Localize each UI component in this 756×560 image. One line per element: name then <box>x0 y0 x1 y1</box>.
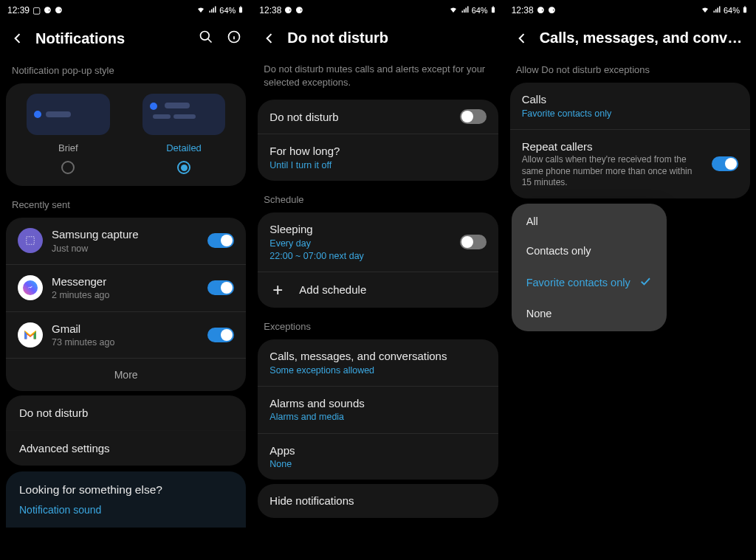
brief-thumbnail <box>27 94 110 135</box>
popup-option-contacts[interactable]: Contacts only <box>512 236 667 266</box>
svg-rect-0 <box>239 7 242 13</box>
samsung-capture-toggle[interactable] <box>207 233 234 248</box>
alarms-sounds-row[interactable]: Alarms and sounds Alarms and media <box>258 387 498 434</box>
sleeping-title: Sleeping <box>269 222 450 237</box>
popup-contacts-label: Contacts only <box>526 245 591 257</box>
page-title: Calls, messages, and conversa… <box>540 30 746 46</box>
apps-sub: None <box>269 458 486 470</box>
page-title: Notifications <box>35 30 188 47</box>
app-row-text: Gmail 73 minutes ago <box>52 322 199 349</box>
calls-options-popup: All Contacts only Favorite contacts only… <box>512 204 667 331</box>
app-time: Just now <box>52 243 199 255</box>
search-icon[interactable] <box>199 30 213 47</box>
popup-option-none[interactable]: None <box>512 299 667 328</box>
exceptions-section-label: Exceptions <box>252 312 504 335</box>
calls-title: Calls <box>522 92 738 107</box>
allow-exceptions-label: Allow Do not disturb exceptions <box>504 55 756 78</box>
samsung-capture-icon <box>18 228 43 253</box>
back-button[interactable] <box>262 31 277 46</box>
gmail-icon <box>18 322 43 348</box>
plus-icon: + <box>269 282 286 298</box>
app-row-samsung-capture[interactable]: Samsung capture Just now <box>6 218 246 265</box>
app-name: Samsung capture <box>52 227 199 242</box>
sleeping-sub1: Every day <box>269 238 450 249</box>
repeat-callers-row[interactable]: Repeat callers Allow calls when they're … <box>510 130 750 198</box>
repeat-title: Repeat callers <box>522 139 703 154</box>
status-left: 12:38 ⚈ ⚈ <box>512 5 556 15</box>
sleeping-schedule-row[interactable]: Sleeping Every day 22:00 ~ 07:00 next da… <box>258 212 498 272</box>
back-button[interactable] <box>515 31 529 46</box>
more-button[interactable]: More <box>6 359 246 391</box>
for-how-long-row[interactable]: For how long? Until I turn it off <box>258 134 498 181</box>
info-icon[interactable] <box>227 30 241 47</box>
status-right: 64% <box>700 4 749 16</box>
notification-sound-link[interactable]: Notification sound <box>19 504 233 516</box>
messenger-icon <box>18 275 43 300</box>
battery-percent: 64% <box>219 6 236 15</box>
add-schedule-row[interactable]: + Add schedule <box>258 272 498 308</box>
hide-notifications-label: Hide notifications <box>269 494 354 508</box>
battery-percent: 64% <box>724 6 740 15</box>
page-title: Do not disturb <box>287 30 493 46</box>
add-schedule-label: Add schedule <box>299 283 366 297</box>
repeat-callers-toggle[interactable] <box>712 156 738 171</box>
app-row-messenger[interactable]: Messenger 2 minutes ago <box>6 265 246 312</box>
calls-messages-row[interactable]: Calls, messages, and conversations Some … <box>258 339 498 387</box>
calls-messages-title: Calls, messages, and conversations <box>269 349 486 364</box>
wifi-icon <box>196 5 206 15</box>
messenger-toggle[interactable] <box>207 280 234 295</box>
sleeping-sub2: 22:00 ~ 07:00 next day <box>269 250 450 262</box>
back-button[interactable] <box>10 31 25 46</box>
dnd-link[interactable]: Do not disturb <box>6 395 246 431</box>
detailed-label: Detailed <box>129 142 239 153</box>
popup-option-all[interactable]: All <box>512 207 667 236</box>
dnd-toggle[interactable] <box>460 109 487 124</box>
signal-icon <box>207 5 218 15</box>
schedule-section-label: Schedule <box>252 185 504 208</box>
popstyle-section-label: Notification pop-up style <box>0 56 252 79</box>
suggestion-card: Looking for something else? Notification… <box>6 471 246 528</box>
popstyle-detailed-option[interactable]: Detailed <box>129 94 239 174</box>
app-row-gmail[interactable]: Gmail 73 minutes ago <box>6 312 246 359</box>
header: Calls, messages, and conversa… <box>504 21 756 55</box>
popstyle-brief-option[interactable]: Brief <box>13 94 123 174</box>
dnd-description: Do not disturb mutes calls and alerts ex… <box>252 55 504 89</box>
calls-row[interactable]: Calls Favorite contacts only <box>510 83 750 130</box>
detailed-radio[interactable] <box>177 161 190 174</box>
status-bar: 12:39 ▢ ⚈ ⚈ 64% <box>0 0 252 21</box>
advanced-settings-link[interactable]: Advanced settings <box>6 431 246 466</box>
pane-notifications: 12:39 ▢ ⚈ ⚈ 64% Notifications <box>0 0 252 560</box>
recently-sent-label: Recently sent <box>0 190 252 213</box>
dnd-toggle-row[interactable]: Do not disturb <box>258 100 498 134</box>
svg-rect-7 <box>743 7 746 13</box>
alarms-sub: Alarms and media <box>269 411 486 423</box>
pane-calls-messages: 12:38 ⚈ ⚈ 64% Calls, messages, and conve… <box>504 0 756 560</box>
for-how-long-sub: Until I turn it off <box>269 159 486 171</box>
header: Do not disturb <box>252 21 504 55</box>
gmail-toggle[interactable] <box>207 328 234 342</box>
pane-dnd: 12:38 ⚈ ⚈ 64% Do not disturb Do not dist… <box>252 0 504 560</box>
check-icon <box>639 274 652 290</box>
chat-status-icon: ⚈ <box>548 5 556 15</box>
popup-fav-label: Favorite contacts only <box>526 277 630 288</box>
apps-row[interactable]: Apps None <box>258 434 498 480</box>
alarms-title: Alarms and sounds <box>269 396 486 411</box>
sleeping-toggle[interactable] <box>460 235 487 249</box>
apps-title: Apps <box>269 443 486 458</box>
settings-card: Do not disturb Advanced settings <box>6 395 246 466</box>
battery-icon <box>741 4 749 16</box>
header-actions <box>199 30 241 47</box>
suggestion-title: Looking for something else? <box>19 483 233 497</box>
wifi-icon <box>700 5 710 15</box>
status-right: 64% <box>196 4 244 16</box>
brief-radio[interactable] <box>61 161 75 174</box>
popup-option-favorite[interactable]: Favorite contacts only <box>512 266 667 299</box>
exceptions-card: Calls, messages, and conversations Some … <box>258 339 498 480</box>
calls-messages-sub: Some exceptions allowed <box>269 364 486 376</box>
app-time: 73 minutes ago <box>52 336 199 348</box>
for-how-long-title: For how long? <box>269 144 486 159</box>
svg-point-2 <box>201 32 210 41</box>
detailed-thumbnail <box>142 94 226 135</box>
hide-notifications-row[interactable]: Hide notifications <box>258 484 498 518</box>
messenger-status-icon: ⚈ <box>44 5 52 15</box>
